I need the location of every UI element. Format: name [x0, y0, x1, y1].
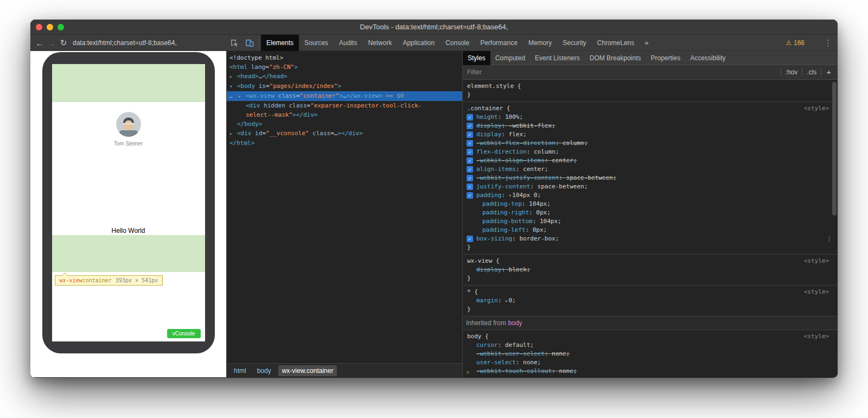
shorthand-expand-icon[interactable]: ▾ — [509, 193, 512, 198]
css-declaration[interactable]: -webkit-user-select: none; — [464, 350, 837, 358]
css-declaration[interactable]: padding-top: 104px; — [464, 200, 837, 208]
tab-performance[interactable]: Performance — [475, 35, 523, 51]
sidebar-tab-accessibility[interactable]: Accessibility — [685, 51, 730, 65]
dom-node[interactable]: <html lang="zh-CN"> — [227, 62, 462, 72]
property-checkbox[interactable]: ✓ — [467, 131, 473, 138]
property-checkbox[interactable]: ✓ — [467, 123, 473, 129]
sidebar-tab-strip: StylesComputedEvent ListenersDOM Breakpo… — [463, 51, 838, 65]
dom-node[interactable]: ▾<body is="pages/index/index"> — [227, 81, 462, 91]
css-declaration[interactable]: ⚠-webkit-touch-callout: none; — [464, 367, 837, 376]
stylesheet-link[interactable]: <style> — [804, 332, 837, 341]
dom-node[interactable]: </body> — [227, 119, 462, 129]
breadcrumb-item[interactable]: html — [230, 365, 250, 376]
vconsole-button[interactable]: vConsole — [167, 329, 201, 338]
css-declaration[interactable]: cursor: default; — [464, 341, 837, 350]
zoom-window-button[interactable] — [58, 24, 64, 30]
css-declaration[interactable]: padding-bottom: 104px; — [464, 217, 837, 226]
dom-node[interactable]: ▸<div id="__vconsole" class=…></div> — [227, 129, 462, 138]
property-checkbox[interactable]: ✓ — [467, 140, 473, 147]
breadcrumb-item[interactable]: wx-view.container — [278, 365, 337, 376]
property-checkbox[interactable]: ✓ — [467, 175, 473, 181]
css-declaration[interactable]: ✓flex-direction: column; — [464, 148, 837, 156]
dom-node[interactable]: ▸<head>…</head> — [227, 72, 462, 81]
css-declaration[interactable]: ✓box-sizing: border-box; — [464, 235, 837, 243]
dom-node[interactable]: </html> — [227, 138, 462, 148]
tab-audits[interactable]: Audits — [334, 35, 362, 51]
device-screen[interactable]: Tom Steiner Hello World wx-viewcontainer… — [52, 64, 205, 341]
tab-chromelens[interactable]: ChromeLens — [592, 35, 640, 51]
dom-node[interactable]: <div hidden class="exparser-inspector-to… — [227, 101, 462, 110]
css-declaration[interactable]: ✓align-items: center; — [464, 165, 837, 174]
back-icon[interactable]: ← — [34, 39, 46, 48]
tab-sources[interactable]: Sources — [299, 35, 334, 51]
stylesheet-link[interactable]: <style> — [804, 288, 837, 296]
url-text[interactable]: data:text/html;charset=utf-8;base64, — [73, 39, 177, 47]
stylesheet-link[interactable]: <style> — [804, 257, 837, 265]
css-declaration[interactable]: user-select: none; — [464, 358, 837, 367]
css-declaration[interactable]: ✓display: -webkit-flex; — [464, 122, 837, 130]
titlebar[interactable]: DevTools - data:text/html;charset=utf-8;… — [30, 20, 838, 35]
tab-network[interactable]: Network — [362, 35, 397, 51]
css-declaration[interactable]: ✓-webkit-flex-direction: column; — [464, 139, 837, 148]
breadcrumb-item[interactable]: body — [253, 365, 275, 376]
css-declaration[interactable]: ✓-webkit-justify-content: space-between; — [464, 174, 837, 182]
reload-icon[interactable]: ↻ — [58, 38, 69, 48]
expand-arrow-icon[interactable]: ▸ — [238, 92, 246, 101]
device-toolbar-icon[interactable] — [242, 35, 257, 51]
stylesheet-link[interactable]: <style> — [804, 104, 837, 113]
inspect-element-icon[interactable] — [227, 35, 242, 51]
expand-arrow-icon[interactable]: ▸ — [229, 72, 237, 81]
css-declaration[interactable]: ✓padding: ▾104px 0; — [464, 191, 837, 200]
console-warnings[interactable]: ⚠ 166 — [786, 39, 805, 47]
expand-arrow-icon[interactable]: ▸ — [229, 129, 237, 138]
dom-node-selected[interactable]: …▸<wx-view class="container">…</wx-view>… — [227, 91, 462, 101]
inherited-node-link[interactable]: body — [508, 319, 522, 327]
rule-selector[interactable]: body — [467, 333, 482, 340]
styles-scrollbar-thumb[interactable] — [832, 82, 837, 216]
sidebar-tab-styles[interactable]: Styles — [463, 51, 490, 65]
tab-security[interactable]: Security — [557, 35, 591, 51]
css-declaration[interactable]: padding-left: 0px; — [464, 226, 837, 235]
css-declaration[interactable]: ✓justify-content: space-between; — [464, 182, 837, 191]
new-style-rule-button[interactable]: + — [821, 68, 838, 76]
sidebar-tab-computed[interactable]: Computed — [490, 51, 530, 65]
styles-filter-input[interactable] — [463, 68, 781, 76]
sidebar-tab-event-listeners[interactable]: Event Listeners — [530, 51, 585, 65]
property-checkbox[interactable]: ✓ — [467, 149, 473, 155]
tab-application[interactable]: Application — [397, 35, 440, 51]
node-overflow-icon[interactable]: … — [229, 91, 233, 100]
property-checkbox[interactable]: ✓ — [467, 166, 473, 173]
toggle-class-button[interactable]: .cls — [802, 68, 821, 76]
tab-console[interactable]: Console — [440, 35, 475, 51]
tab-memory[interactable]: Memory — [523, 35, 557, 51]
tab-elements[interactable]: Elements — [261, 35, 299, 51]
css-declaration[interactable]: ✓height: 100%; — [464, 113, 837, 122]
dom-node[interactable]: <!doctype html> — [227, 53, 462, 62]
rule-selector[interactable]: wx-view — [467, 257, 492, 264]
css-declaration[interactable]: display: block; — [464, 265, 837, 274]
sidebar-tab-properties[interactable]: Properties — [646, 51, 685, 65]
forward-icon[interactable]: → — [46, 39, 58, 48]
property-checkbox[interactable]: ✓ — [467, 236, 473, 242]
more-tabs-icon[interactable]: » — [640, 39, 653, 47]
shorthand-expand-icon[interactable]: ▸ — [505, 298, 508, 303]
rule-kebab-icon[interactable]: ⋮ — [826, 235, 833, 243]
rule-selector[interactable]: * — [467, 288, 471, 295]
toggle-hover-state-button[interactable]: :hov — [781, 68, 802, 76]
rule-selector[interactable]: .container — [467, 105, 503, 112]
devtools-menu-kebab-icon[interactable]: ⋮ — [819, 38, 838, 48]
css-declaration[interactable]: margin: ▸0; — [464, 296, 837, 305]
sidebar-tab-dom-breakpoints[interactable]: DOM Breakpoints — [585, 51, 646, 65]
css-declaration[interactable]: ✓display: flex; — [464, 130, 837, 139]
property-checkbox[interactable]: ✓ — [467, 157, 473, 164]
property-checkbox[interactable]: ✓ — [467, 114, 473, 121]
css-declaration[interactable]: padding-right: 0px; — [464, 208, 837, 217]
expand-arrow-icon[interactable]: ▾ — [229, 82, 237, 91]
close-window-button[interactable] — [36, 24, 42, 30]
dom-node[interactable]: select--mask"></div> — [227, 110, 462, 119]
property-checkbox[interactable]: ✓ — [467, 192, 473, 199]
rule-selector[interactable]: element.style — [467, 83, 514, 90]
css-declaration[interactable]: ✓-webkit-align-items: center; — [464, 156, 837, 165]
property-checkbox[interactable]: ✓ — [467, 183, 473, 190]
minimize-window-button[interactable] — [47, 24, 53, 30]
